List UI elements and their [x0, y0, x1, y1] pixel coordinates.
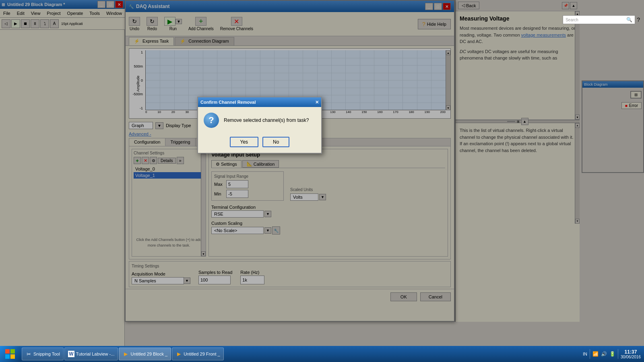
taskbar-item-snipping[interactable]: ✂ Snipping Tool — [22, 348, 64, 360]
lv-front-icon: ▶ — [175, 351, 182, 357]
taskbar-item-front[interactable]: ▶ Untitled 29 Front _ — [172, 348, 224, 360]
snipping-icon: ✂ — [25, 351, 32, 357]
modal-message: Remove selected channel(s) from task? — [224, 117, 309, 123]
tray-sep2 — [618, 349, 618, 359]
windows-logo-icon — [4, 348, 16, 360]
volume-icon: 🔊 — [601, 351, 607, 357]
svg-rect-1 — [10, 349, 15, 354]
battery-icon: 🔋 — [609, 351, 615, 357]
start-button[interactable] — [0, 346, 20, 362]
modal-yes-btn[interactable]: Yes — [230, 137, 259, 147]
modal-overlay: Confirm Channel Removal ✕ ? Remove selec… — [0, 0, 644, 362]
word-icon: W — [68, 351, 74, 357]
help-icon[interactable]: ? — [637, 16, 640, 23]
modal-body: ? Remove selected channel(s) from task? — [198, 107, 321, 134]
system-tray: IN 📶 🔊 🔋 11:37 30/06/2016 — [580, 349, 644, 359]
search-icon[interactable]: 🔍 — [626, 17, 632, 23]
modal-titlebar: Confirm Channel Removal ✕ — [198, 97, 321, 107]
taskbar-item-block[interactable]: ▶ Untitled 29 Block _ — [119, 348, 171, 360]
confirm-channel-removal-dialog: Confirm Channel Removal ✕ ? Remove selec… — [197, 97, 322, 154]
tray-sep — [590, 349, 590, 359]
svg-rect-2 — [5, 354, 10, 359]
search-placeholder: Search — [566, 18, 578, 22]
clock: 11:37 30/06/2016 — [621, 349, 641, 359]
svg-rect-3 — [10, 354, 15, 359]
network-icon: 📶 — [592, 351, 599, 357]
modal-close-icon[interactable]: ✕ — [315, 100, 319, 105]
search-area: Search 🔍 ? — [563, 15, 640, 24]
modal-no-btn[interactable]: No — [262, 137, 289, 147]
clock-time: 11:37 — [621, 349, 641, 355]
modal-question-icon: ? — [204, 113, 219, 128]
language-indicator: IN — [583, 352, 587, 356]
clock-date: 30/06/2016 — [621, 355, 641, 359]
search-box[interactable]: Search 🔍 — [563, 15, 635, 24]
modal-buttons: Yes No — [198, 134, 321, 153]
svg-rect-0 — [5, 349, 10, 354]
lv-block-icon: ▶ — [122, 351, 129, 357]
taskbar-items: ✂ Snipping Tool W Tutorial Labview -... … — [20, 346, 580, 362]
modal-title: Confirm Channel Removal — [200, 100, 256, 105]
taskbar-item-tutorial[interactable]: W Tutorial Labview -... — [64, 348, 118, 360]
taskbar: ✂ Snipping Tool W Tutorial Labview -... … — [0, 346, 644, 362]
